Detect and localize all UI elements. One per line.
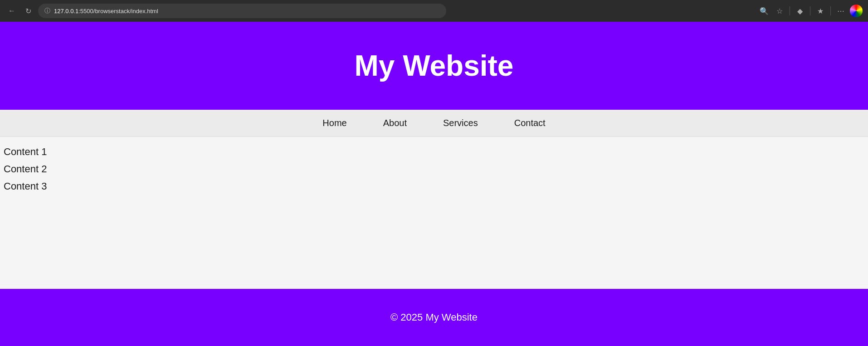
star-icon[interactable]: ☆ xyxy=(773,5,786,17)
address-text: 127.0.0.1:5500/browserstack/index.html xyxy=(54,8,158,15)
site-footer: © 2025 My Website xyxy=(0,289,868,346)
back-button[interactable]: ← xyxy=(5,5,18,17)
address-bar[interactable]: ⓘ 127.0.0.1:5500/browserstack/index.html xyxy=(38,4,446,18)
info-icon: ⓘ xyxy=(44,7,50,15)
zoom-icon[interactable]: 🔍 xyxy=(758,5,770,17)
divider-2 xyxy=(810,6,810,15)
content-item-2: Content 2 xyxy=(4,163,864,175)
site-header: My Website xyxy=(0,22,868,110)
extensions-icon[interactable]: ◆ xyxy=(794,5,806,17)
site-main: Content 1 Content 2 Content 3 xyxy=(0,137,868,289)
nav-services[interactable]: Services xyxy=(443,118,478,128)
divider-1 xyxy=(790,6,790,15)
footer-text: © 2025 My Website xyxy=(390,312,478,323)
refresh-button[interactable]: ↻ xyxy=(22,5,34,17)
site-nav: Home About Services Contact xyxy=(0,110,868,137)
nav-about[interactable]: About xyxy=(383,118,407,128)
nav-contact[interactable]: Contact xyxy=(514,118,546,128)
nav-home[interactable]: Home xyxy=(322,118,346,128)
browser-toolbar-right: 🔍 ☆ ◆ ★ ⋯ xyxy=(758,5,863,17)
site-title: My Website xyxy=(355,49,514,83)
favorites-icon[interactable]: ★ xyxy=(814,5,827,17)
divider-3 xyxy=(830,6,831,15)
more-icon[interactable]: ⋯ xyxy=(834,5,847,17)
profile-avatar[interactable] xyxy=(850,5,863,17)
content-item-1: Content 1 xyxy=(4,146,864,158)
content-item-3: Content 3 xyxy=(4,180,864,192)
website-wrapper: My Website Home About Services Contact C… xyxy=(0,22,868,346)
browser-chrome: ← ↻ ⓘ 127.0.0.1:5500/browserstack/index.… xyxy=(0,0,868,22)
